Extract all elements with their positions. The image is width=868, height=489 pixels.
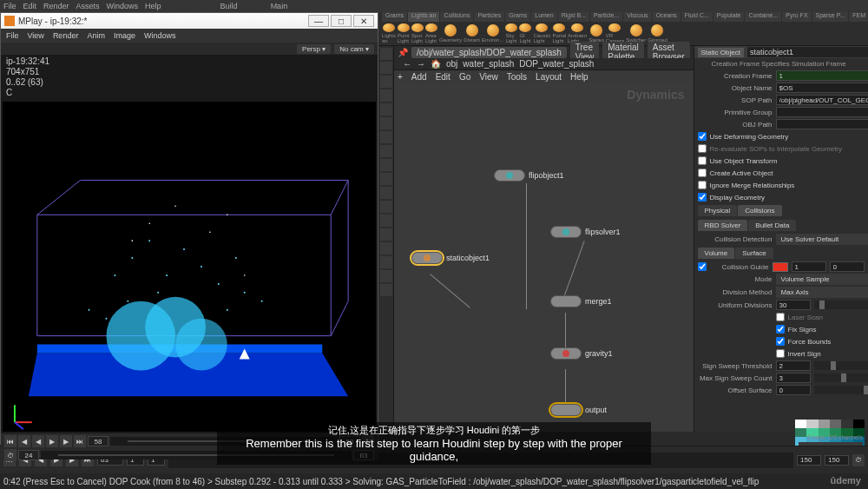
tool-icon[interactable]	[380, 76, 392, 88]
tool-icon[interactable]	[380, 62, 392, 74]
shelf-tab[interactable]: Fluid C...	[681, 12, 713, 22]
shelf-tool[interactable]: Sky Light	[505, 23, 517, 43]
last-frame-button[interactable]: ⏭	[74, 435, 86, 447]
realtime-button[interactable]: ⏱	[4, 449, 16, 461]
reeval-checkbox[interactable]	[698, 144, 707, 153]
frame-field[interactable]	[88, 436, 108, 446]
node-output[interactable]: output	[550, 404, 607, 416]
mplay-menu-windows[interactable]: Windows	[144, 31, 176, 40]
colguide-checkbox[interactable]	[698, 262, 707, 271]
node-flipsolver[interactable]: flipsolver1	[550, 226, 621, 238]
mssc-slider[interactable]	[814, 373, 868, 382]
crumb-obj[interactable]: obj	[446, 59, 457, 69]
mplay-menu-file[interactable]: File	[6, 31, 19, 40]
fwd-icon[interactable]: →	[417, 59, 425, 69]
color-g[interactable]	[830, 261, 865, 272]
mplay-titlebar[interactable]: MPlay - ip-19:32:* — □ ✕	[1, 13, 378, 29]
net-menu-layout[interactable]: Layout	[536, 72, 562, 82]
node-merge[interactable]: merge1	[550, 295, 612, 307]
display-checkbox[interactable]	[698, 193, 707, 202]
node-staticobject[interactable]: staticobject1	[411, 252, 490, 264]
tool-icon[interactable]	[380, 131, 392, 143]
shelf-tool[interactable]: Geometry	[439, 23, 462, 43]
shelf-tool[interactable]: VR Camera	[606, 23, 624, 43]
deforming-checkbox[interactable]	[698, 132, 707, 141]
merge-checkbox[interactable]	[698, 181, 707, 189]
mssc-field[interactable]	[776, 373, 811, 383]
mplay-viewport[interactable]	[3, 102, 376, 432]
net-menu-tools[interactable]: Tools	[507, 72, 527, 82]
shelf-tool[interactable]: Stereo	[589, 23, 604, 43]
net-menu-help[interactable]: Help	[570, 72, 589, 82]
shelf-tab[interactable]: Oceans	[653, 12, 681, 22]
crumb-dop[interactable]: DOP_water_splash	[519, 59, 594, 69]
shelf-tool[interactable]: Area Light	[425, 23, 437, 43]
net-menu-go[interactable]: Go	[459, 72, 470, 82]
menu-render[interactable]: Render	[43, 2, 69, 10]
node-gravity[interactable]: gravity1	[550, 347, 613, 360]
close-button[interactable]: ✕	[353, 15, 374, 27]
color-swatch[interactable]	[773, 262, 788, 272]
objname-field[interactable]	[776, 83, 868, 93]
coldet-dropdown[interactable]: Use Solver Default	[776, 234, 868, 245]
shelf-tab[interactable]: Lights an	[408, 12, 439, 22]
soppath-field[interactable]	[776, 95, 868, 105]
invert-checkbox[interactable]	[776, 349, 785, 358]
tab-bullet[interactable]: Bullet Data	[748, 220, 796, 231]
shelf-tab[interactable]: Particle...	[590, 12, 622, 22]
tool-icon[interactable]	[380, 187, 392, 199]
tab-volume[interactable]: Volume	[698, 248, 735, 259]
mplay-menu-render[interactable]: Render	[53, 31, 79, 40]
tool-icon[interactable]	[380, 173, 392, 185]
mplay-menu-anim[interactable]: Anim	[87, 31, 105, 40]
node-name-field[interactable]	[747, 47, 868, 57]
tab-physical[interactable]: Physical	[698, 205, 738, 216]
color-r[interactable]	[792, 261, 826, 272]
primgroup-field[interactable]	[776, 107, 868, 117]
unidiv-slider[interactable]	[814, 301, 868, 309]
add-node-button[interactable]: +	[398, 72, 403, 82]
sst-field[interactable]	[776, 360, 811, 371]
shelf-tab[interactable]: FEM	[849, 12, 868, 22]
shelf-tool[interactable]: GI Light	[519, 23, 531, 43]
first-frame-button[interactable]: ⏮	[4, 435, 16, 447]
play-button[interactable]: ▶	[46, 435, 58, 447]
tool-icon[interactable]	[380, 145, 392, 157]
divmethod-dropdown[interactable]: Max Axis	[776, 287, 868, 298]
shelf-tab[interactable]: Populate	[713, 12, 745, 22]
objpath-field[interactable]	[776, 119, 868, 129]
shelf-tab[interactable]: Containe...	[745, 12, 781, 22]
shelf-tab[interactable]: Pyro FX	[782, 12, 811, 22]
tool-icon[interactable]	[380, 48, 392, 60]
tool-icon[interactable]	[380, 103, 392, 116]
camera-dropdown[interactable]: No cam ▾	[334, 44, 374, 54]
fps-field[interactable]	[18, 450, 39, 460]
shelf-tool[interactable]: Point Light	[398, 23, 410, 43]
tab-surface[interactable]: Surface	[735, 248, 773, 259]
persp-dropdown[interactable]: Persp ▾	[297, 44, 331, 54]
mplay-menu-view[interactable]: View	[28, 31, 44, 40]
fixsigns-checkbox[interactable]	[776, 325, 785, 334]
shelf-tab[interactable]: Grams	[505, 12, 530, 22]
tl-out-field[interactable]	[825, 455, 849, 466]
shelf-tab[interactable]: Grams	[382, 12, 407, 22]
desktop-build[interactable]: Build	[220, 2, 238, 10]
tl-end-field[interactable]	[797, 455, 821, 466]
tl-realtime-button[interactable]: ⏱	[852, 454, 865, 466]
shelf-tab[interactable]: Lumen	[531, 12, 556, 22]
tab-collisions[interactable]: Collisions	[738, 205, 781, 216]
shelf-tab[interactable]: Rigid B...	[558, 12, 589, 22]
network-view[interactable]: Dynamics flipobject1 staticobject1 flips…	[394, 83, 694, 432]
shelf-tool[interactable]: Lights an	[382, 23, 396, 43]
tool-icon[interactable]	[380, 270, 392, 282]
tool-icon[interactable]	[380, 89, 392, 102]
sst-slider[interactable]	[814, 361, 868, 370]
shelf-tab[interactable]: Viscous	[623, 12, 651, 22]
menu-assets[interactable]: Assets	[76, 2, 100, 10]
tab-network[interactable]: /obj/water_splash/DOP_water_splash	[411, 47, 567, 58]
shelf-tool[interactable]: Environ...	[482, 23, 503, 43]
menu-edit[interactable]: Edit	[23, 2, 37, 10]
menu-file[interactable]: File	[3, 2, 16, 10]
shelf-tab[interactable]: Collisions	[440, 12, 473, 22]
maximize-button[interactable]: □	[331, 15, 352, 27]
